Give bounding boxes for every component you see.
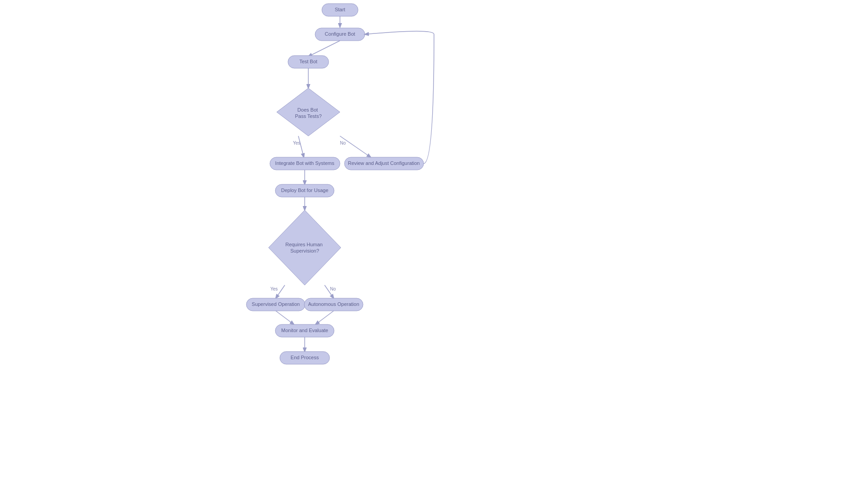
svg-line-5 (340, 136, 371, 157)
deploy-bot-label: Deploy Bot for Usage (281, 188, 329, 193)
test-bot-label: Test Bot (299, 59, 317, 64)
autonomous-operation-label: Autonomous Operation (308, 301, 359, 307)
svg-line-10 (276, 311, 294, 324)
review-adjust-label: Review and Adjust Configuration (348, 160, 420, 166)
no1-label: No (340, 141, 346, 145)
yes2-label: Yes (270, 286, 278, 291)
end-process-label: End Process (291, 355, 319, 360)
start-label: Start (335, 7, 345, 12)
svg-line-2 (308, 41, 340, 56)
integrate-bot-label: Integrate Bot with Systems (275, 160, 335, 166)
svg-line-4 (298, 136, 304, 157)
supervised-operation-label: Supervised Operation (252, 301, 300, 307)
monitor-evaluate-label: Monitor and Evaluate (281, 328, 328, 333)
yes1-label: Yes (293, 141, 300, 145)
flowchart-container: Start Configure Bot Test Bot Does Bot Pa… (0, 0, 868, 488)
configure-bot-label: Configure Bot (325, 31, 355, 37)
svg-line-11 (316, 311, 334, 324)
no2-label: No (330, 286, 336, 291)
